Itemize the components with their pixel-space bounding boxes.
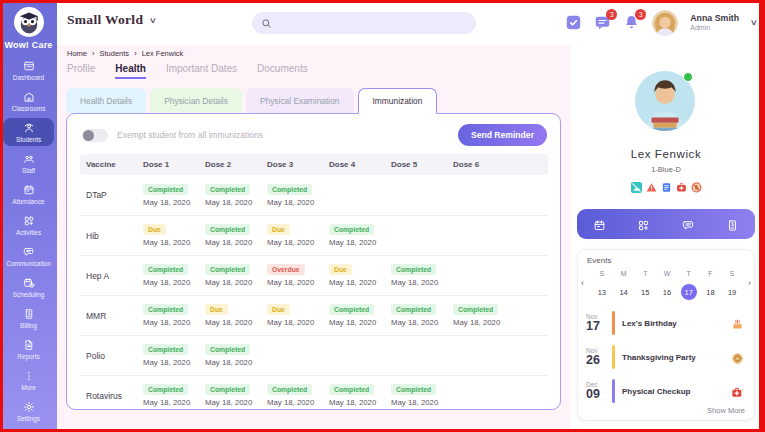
vaccine-row: MMRCompletedMay 18, 2020DueMay 18, 2020D… [80, 295, 548, 335]
calendar-date[interactable]: 16 [656, 284, 678, 300]
dose-date: May 18, 2020 [329, 238, 376, 247]
sidebar-item-billing[interactable]: $Billing [3, 304, 54, 332]
calendar-next-icon[interactable]: › [748, 278, 751, 288]
school-selector[interactable]: Small World ∨ [67, 12, 156, 28]
dose-cell: CompletedMay 18, 2020 [137, 264, 199, 287]
quick-billing-icon[interactable]: $ [726, 218, 739, 231]
sidebar-item-reports[interactable]: Reports [3, 335, 54, 363]
student-name: Lex Fenwick [570, 148, 762, 160]
sidebar-nav: DashboardClassroomsStudentsStaffAttendan… [3, 56, 54, 425]
subtab-immunization[interactable]: Immunization [358, 88, 438, 114]
tab-documents[interactable]: Documents [257, 63, 308, 79]
sidebar-item-activities[interactable]: Activities [3, 211, 54, 239]
column-header: Vaccine [80, 160, 137, 169]
status-badge: Completed [329, 384, 374, 395]
student-class: 1-Blue-D [570, 165, 762, 174]
calendar-prev-icon[interactable]: ‹ [581, 278, 584, 288]
tab-important-dates[interactable]: Important Dates [166, 63, 237, 79]
user-name: Anna Smith [690, 13, 739, 24]
dose-date: May 18, 2020 [267, 238, 314, 247]
quick-activities-icon[interactable] [637, 218, 650, 231]
user-avatar[interactable] [652, 10, 678, 36]
notifications-bell-icon[interactable]: 3 [623, 14, 640, 31]
dose-cell: OverdueMay 18, 2020 [261, 264, 323, 287]
more-icon [23, 370, 35, 382]
app-title: Wow! Care [0, 40, 57, 50]
search-bar[interactable] [252, 12, 476, 34]
status-badge: Due [205, 304, 228, 315]
messages-icon[interactable]: 3 [594, 14, 611, 31]
sidebar-item-label: Billing [20, 322, 37, 329]
status-badge: Completed [143, 184, 188, 195]
tasks-icon[interactable] [565, 14, 582, 31]
subtabs: Health DetailsPhysician DetailsPhysical … [66, 88, 437, 113]
dose-date: May 18, 2020 [267, 318, 314, 327]
breadcrumb-item[interactable]: Lex Fenwick [142, 49, 184, 58]
event-day: 17 [586, 320, 610, 334]
attendance-icon [23, 184, 35, 196]
dose-cell: CompletedMay 18, 2020 [385, 304, 447, 327]
calendar-date[interactable]: 17 [678, 284, 700, 300]
user-menu-chevron-icon[interactable]: ∨ [750, 18, 758, 27]
quick-attendance-icon[interactable] [593, 218, 606, 231]
event-day: 09 [586, 388, 610, 402]
calendar-date[interactable]: 13 [591, 284, 613, 300]
student-avatar[interactable] [634, 70, 696, 132]
search-icon [261, 18, 272, 29]
vaccine-row: RotavirusCompletedMay 18, 2020CompletedM… [80, 375, 548, 415]
dose-date: May 18, 2020 [267, 198, 314, 207]
dose-date: May 18, 2020 [391, 398, 438, 407]
toggle-knob [83, 130, 94, 141]
event-item[interactable]: Nov26Thanksgiving Party [586, 340, 746, 374]
no-nuts-icon [691, 179, 702, 197]
dose-date: May 18, 2020 [205, 198, 252, 207]
dose-date: May 18, 2020 [267, 398, 314, 407]
student-flag-icons [570, 179, 762, 197]
subtab-physician-details[interactable]: Physician Details [150, 88, 242, 113]
event-item[interactable]: Dec09Physical Checkup [586, 374, 746, 408]
calendar-date[interactable]: 15 [634, 284, 656, 300]
search-input[interactable] [277, 19, 447, 28]
event-date: Nov17 [586, 313, 610, 334]
student-panel: Lex Fenwick 1-Blue-D $ Events ‹ › SMTWTF… [570, 45, 762, 432]
calendar-day-letters: SMTWTFS [591, 270, 743, 277]
sidebar-item-scheduling[interactable]: Scheduling [3, 273, 54, 301]
dose-date: May 18, 2020 [391, 318, 438, 327]
breadcrumb-item[interactable]: Home [67, 49, 87, 58]
calendar-date[interactable]: 14 [613, 284, 635, 300]
sidebar-item-settings[interactable]: Settings [3, 397, 54, 425]
events-title: Events [587, 256, 611, 265]
send-reminder-button[interactable]: Send Reminder [458, 124, 547, 146]
sidebar-item-more[interactable]: More [3, 366, 54, 394]
show-more-link[interactable]: Show More [707, 406, 745, 415]
dose-cell: DueMay 18, 2020 [261, 224, 323, 247]
event-item[interactable]: Nov17Lex's Birthday [586, 306, 746, 340]
event-title: Physical Checkup [622, 387, 690, 396]
tab-health[interactable]: Health [115, 63, 146, 79]
dose-cell: CompletedMay 18, 2020 [199, 264, 261, 287]
events-list: Nov17Lex's BirthdayNov26Thanksgiving Par… [586, 306, 746, 408]
breadcrumb-item[interactable]: Students [100, 49, 130, 58]
column-header: Dose 6 [447, 160, 509, 169]
tab-profile[interactable]: Profile [67, 63, 95, 79]
svg-text:$: $ [27, 310, 30, 315]
sidebar-item-students[interactable]: Students [3, 118, 54, 146]
vaccine-name: DTaP [80, 190, 137, 200]
calendar-date[interactable]: 18 [700, 284, 722, 300]
sidebar-item-label: Activities [16, 229, 41, 236]
sidebar-item-communication[interactable]: Communication [3, 242, 54, 270]
calendar-date-value: 16 [663, 284, 671, 300]
sidebar-item-dashboard[interactable]: Dashboard [3, 56, 54, 84]
subtab-physical-examination[interactable]: Physical Examination [246, 88, 354, 113]
sidebar-item-attendance[interactable]: Attendance [3, 180, 54, 208]
exempt-toggle[interactable] [82, 129, 108, 142]
breadcrumb: Home›Students›Lex Fenwick [67, 49, 183, 58]
subtab-health-details[interactable]: Health Details [66, 88, 146, 113]
user-role: Admin [690, 24, 739, 33]
sidebar-item-classrooms[interactable]: Classrooms [3, 87, 54, 115]
quick-communication-icon[interactable] [682, 218, 695, 231]
status-badge: Completed [205, 224, 250, 235]
calendar-date[interactable]: 19 [721, 284, 743, 300]
sidebar-item-label: Dashboard [13, 74, 44, 81]
sidebar-item-staff[interactable]: Staff [3, 149, 54, 177]
